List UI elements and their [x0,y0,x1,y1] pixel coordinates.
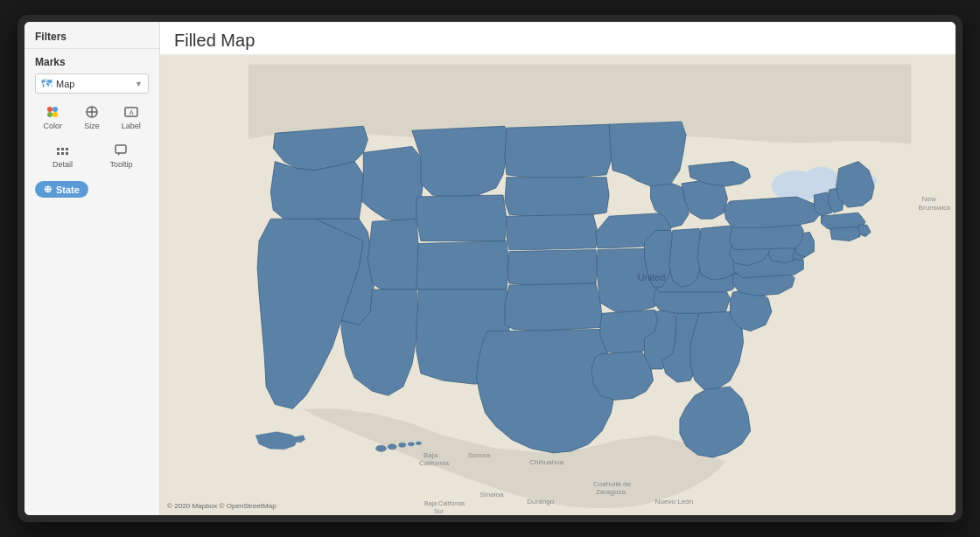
marks-icons-grid: Color Size [35,101,149,134]
color-label: Color [44,122,63,130]
marks-type-label: Map [56,79,74,89]
label-button[interactable]: A Label [113,101,149,134]
svg-text:A: A [129,109,133,115]
color-icon [45,104,60,120]
marks-type-dropdown[interactable]: 🗺 Map ▼ [35,73,149,94]
map-container[interactable]: New Brunswick [160,55,956,515]
window-inner: Filters Marks 🗺 Map ▼ [24,22,956,515]
svg-point-30 [416,442,421,445]
svg-rect-9 [57,148,60,150]
svg-text:Baja: Baja [424,451,438,459]
svg-point-27 [388,444,396,450]
svg-text:Durango: Durango [527,498,554,506]
svg-text:Nuevo León: Nuevo León [655,498,694,506]
copyright-text: © 2020 Mapbox © OpenStreetMap [167,502,276,510]
svg-rect-11 [66,148,68,150]
tooltip-icon [114,143,130,158]
svg-point-0 [47,107,52,112]
svg-rect-23 [912,55,956,514]
svg-point-26 [375,445,386,451]
map-svg: New Brunswick [160,55,956,515]
detail-icon [55,143,71,158]
svg-text:Chihuahua: Chihuahua [529,458,564,466]
svg-rect-15 [116,145,126,153]
svg-text:Mexico: Mexico [567,513,590,515]
marks-label: Marks [35,56,149,68]
window-frame: Filters Marks 🗺 Map ▼ [18,15,962,522]
size-button[interactable]: Size [74,101,110,134]
svg-rect-14 [66,152,68,155]
svg-rect-13 [61,152,64,155]
svg-rect-12 [57,152,60,155]
svg-text:Zaragoza: Zaragoza [596,488,626,496]
state-pill-label: State [56,185,80,195]
size-label: Size [84,122,100,130]
svg-point-29 [408,443,414,446]
svg-text:California: California [419,459,450,467]
svg-text:Brunswick: Brunswick [919,204,952,212]
tooltip-button[interactable]: Tooltip [94,139,149,172]
page-title: Filled Map [174,31,942,51]
svg-text:Sur: Sur [434,508,444,514]
svg-text:Sinaloa: Sinaloa [480,491,504,499]
detail-button[interactable]: Detail [35,139,90,172]
main-content: Filled Map [160,22,956,515]
svg-text:Tamaulipas: Tamaulipas [664,514,696,515]
filters-label: Filters [24,22,159,49]
svg-rect-10 [61,148,64,150]
color-button[interactable]: Color [35,101,71,134]
svg-point-1 [52,107,58,112]
svg-point-28 [399,443,406,447]
dropdown-arrow-icon: ▼ [135,80,143,88]
svg-text:Coahuila de: Coahuila de [593,480,632,488]
svg-text:Sonora: Sonora [467,451,491,459]
svg-point-2 [47,112,52,117]
size-icon [84,104,100,120]
marks-panel: Marks 🗺 Map ▼ [24,49,159,198]
detail-label: Detail [52,160,73,169]
svg-marker-16 [118,153,121,156]
map-type-icon: 🗺 [41,77,52,90]
svg-text:Baja California: Baja California [424,501,465,508]
label-label: Label [122,122,141,130]
sidebar: Filters Marks 🗺 Map ▼ [24,22,160,515]
state-pill-icon: ⊕ [44,184,52,195]
svg-point-3 [52,112,58,117]
tooltip-label: Tooltip [109,160,132,169]
main-header: Filled Map [160,22,956,55]
svg-text:United: United [637,272,665,282]
label-icon: A [123,104,139,120]
state-pill[interactable]: ⊕ State [35,181,88,198]
svg-text:New: New [922,195,936,203]
marks-icons-row2: Detail Tooltip [35,139,149,172]
